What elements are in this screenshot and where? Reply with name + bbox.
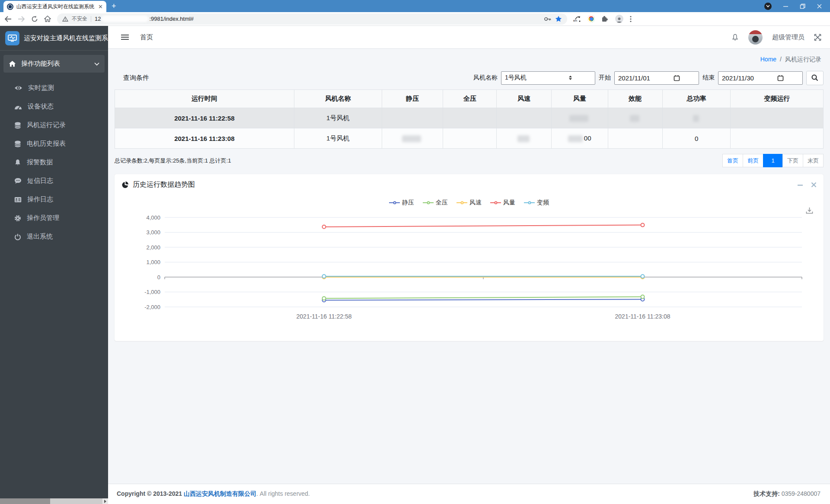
summary-row: 总记录条数:2,每页显示:25条,当前页:1 总计页:1 首页 前页 1 下页 … (115, 154, 824, 167)
pagination-first[interactable]: 首页 (722, 154, 743, 167)
window-restore-icon[interactable] (800, 3, 805, 9)
password-key-icon[interactable] (544, 17, 552, 21)
back-icon[interactable] (4, 16, 12, 22)
sidebar-horizontal-scrollbar[interactable] (0, 498, 108, 504)
browser-menu-kebab-icon[interactable] (630, 16, 632, 22)
legend-item-1[interactable]: 全压 (423, 199, 448, 207)
translate-extension-icon[interactable]: en (573, 16, 581, 22)
table-header-cell: 静压 (382, 90, 443, 108)
extensions-puzzle-icon[interactable] (601, 15, 609, 22)
sidebar-item-motor-history[interactable]: 电机历史报表 (3, 134, 105, 153)
nav-home-link[interactable]: 首页 (140, 33, 153, 41)
legend-marker (456, 202, 467, 203)
footer: Copyright © 2013-2021 山西运安风机制造有限公司. All … (108, 484, 830, 504)
legend-item-2[interactable]: 风速 (456, 199, 482, 207)
table-cell (443, 128, 497, 149)
sidebar-menu-header[interactable]: 操作功能列表 (3, 55, 105, 73)
sidebar: 运安对旋主通风机在线监测系统 操作功能列表 实时监测 (0, 26, 108, 504)
svg-text:-1,000: -1,000 (144, 289, 160, 295)
pagination-next[interactable]: 下页 (782, 154, 803, 167)
fullscreen-expand-icon[interactable] (814, 34, 821, 41)
breadcrumb: Home / 风机运行记录 (115, 49, 824, 65)
scrollbar-thumb[interactable] (0, 498, 50, 504)
reload-icon[interactable] (31, 16, 38, 22)
url-redacted-blur (102, 16, 148, 22)
user-avatar[interactable] (748, 30, 763, 45)
table-header-cell: 风量 (551, 90, 608, 108)
redacted-value (568, 135, 583, 142)
calendar-icon[interactable] (658, 75, 695, 81)
pagination-prev[interactable]: 前页 (743, 154, 763, 167)
end-date-label: 结束 (702, 74, 715, 82)
legend-item-3[interactable]: 风量 (490, 199, 515, 207)
calendar-icon[interactable] (762, 75, 799, 81)
table-cell: 1号风机 (294, 128, 382, 149)
pagination-page-1[interactable]: 1 (763, 154, 783, 167)
chart-title: 历史运行数据趋势图 (133, 180, 195, 189)
table-header-row: 运行时间风机名称静压全压风速风量效能总功率变频运行 (115, 90, 824, 108)
table-row[interactable]: 2021-11-16 11:23:081号风机000 (115, 128, 824, 149)
svg-text:2021-11-16 11:22:58: 2021-11-16 11:22:58 (297, 313, 352, 320)
gear-icon (14, 215, 21, 222)
sidebar-item-operator-admin[interactable]: 操作员管理 (3, 209, 105, 227)
legend-item-4[interactable]: 变频 (524, 199, 549, 207)
brand[interactable]: 运安对旋主通风机在线监测系统 (0, 26, 108, 51)
company-link[interactable]: 山西运安风机制造有限公司 (184, 490, 256, 497)
browser-avatar-icon[interactable] (615, 15, 623, 23)
window-close-icon[interactable] (817, 3, 822, 9)
address-bar[interactable]: 不安全 12 :9981/index.html# (57, 13, 567, 25)
table-header-cell: 效能 (608, 90, 662, 108)
card-close-icon[interactable] (811, 182, 817, 188)
comment-icon (14, 178, 22, 184)
table-cell (608, 128, 662, 149)
chrome-extension-icon[interactable] (587, 15, 595, 22)
sidebar-item-logout[interactable]: 退出系统 (3, 227, 105, 246)
search-button[interactable] (806, 71, 824, 85)
window-minimize-icon[interactable] (783, 3, 788, 9)
redacted-value (569, 115, 588, 122)
forward-icon[interactable] (18, 16, 25, 22)
scrollbar-arrow-right[interactable] (102, 498, 108, 504)
breadcrumb-home-link[interactable]: Home (760, 56, 776, 64)
start-date-input[interactable]: 2021/11/01 (614, 71, 699, 85)
table-cell: 0 (662, 128, 730, 149)
brand-title: 运安对旋主通风机在线监测系统 (24, 34, 108, 42)
sidebar-item-operation-log[interactable]: 操作日志 (3, 190, 105, 209)
new-tab-button[interactable]: + (112, 1, 116, 12)
trend-chart-card: 历史运行数据趋势图 静压全压风速风量变频 4,0003,0002,0001,00… (115, 174, 824, 341)
browser-home-icon[interactable] (44, 16, 51, 22)
svg-text:-2,000: -2,000 (144, 304, 160, 310)
username-label: 超级管理员 (772, 33, 804, 41)
sidebar-item-alarms[interactable]: 报警数据 (3, 153, 105, 172)
notifications-bell-icon[interactable] (731, 34, 739, 41)
end-date-input[interactable]: 2021/11/30 (718, 71, 803, 85)
sidebar-item-fan-records[interactable]: 风机运行记录 (3, 116, 105, 134)
gauge-icon (14, 104, 22, 110)
browser-profile-icon[interactable] (764, 3, 772, 10)
table-header-cell: 风速 (497, 90, 551, 108)
database-icon (14, 140, 21, 147)
pagination-last[interactable]: 末页 (803, 154, 824, 167)
bookmark-star-icon[interactable] (555, 16, 562, 22)
card-minimize-icon[interactable] (797, 182, 803, 188)
legend-marker (524, 202, 535, 203)
tab-close-icon[interactable]: ✕ (98, 3, 103, 10)
hamburger-menu-icon[interactable] (121, 34, 129, 40)
svg-text:0: 0 (157, 274, 160, 281)
download-chart-icon[interactable] (806, 207, 813, 214)
browser-titlebar: 山西运安主通风实时在线监测系统 ✕ + (0, 0, 830, 12)
legend-item-0[interactable]: 静压 (389, 199, 414, 207)
sidebar-item-sms-log[interactable]: 短信日志 (3, 172, 105, 190)
sidebar-item-device-status[interactable]: 设备状态 (3, 97, 105, 116)
fan-select[interactable]: 1号风机 (501, 71, 595, 85)
not-secure-warning-icon[interactable] (62, 16, 68, 22)
table-row[interactable]: 2021-11-16 11:22:581号风机 (115, 108, 824, 128)
table-cell (497, 128, 551, 149)
sidebar-item-realtime[interactable]: 实时监测 (3, 79, 105, 97)
select-arrows-icon (549, 75, 591, 80)
redacted-value (630, 115, 639, 122)
table-cell (382, 108, 443, 128)
records-summary: 总记录条数:2,每页显示:25条,当前页:1 总计页:1 (115, 157, 231, 165)
browser-tab[interactable]: 山西运安主通风实时在线监测系统 ✕ (3, 1, 106, 12)
table-cell (551, 108, 608, 128)
